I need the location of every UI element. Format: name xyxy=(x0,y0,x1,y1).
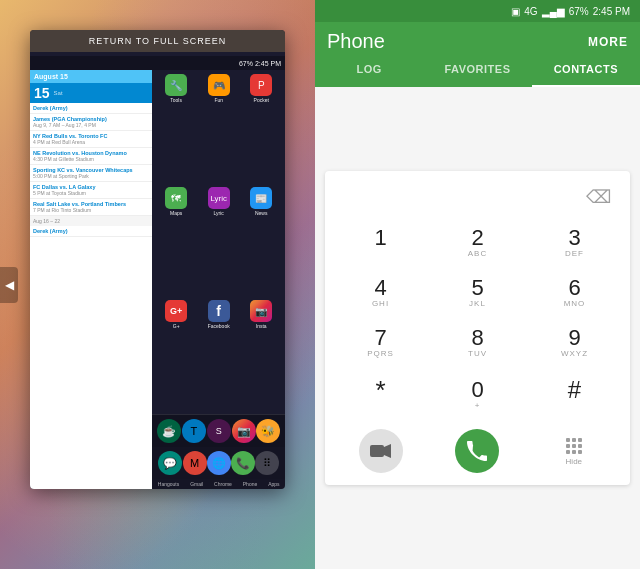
key-5[interactable]: 5 JKL xyxy=(430,269,525,317)
clock-text: 2:45 PM xyxy=(593,6,630,17)
left-panel: RETURN TO FULL SCREEN 67% 2:45 PM August… xyxy=(0,0,315,569)
svg-marker-1 xyxy=(384,444,391,458)
app-maps[interactable]: 🗺 Maps xyxy=(156,187,196,297)
more-button[interactable]: MORE xyxy=(588,35,628,49)
backspace-button[interactable]: ⌫ xyxy=(582,181,614,213)
video-call-button[interactable] xyxy=(359,429,403,473)
key-6[interactable]: 6 MNO xyxy=(527,269,622,317)
keypad-container: ⌫ 1 2 ABC 3 DEF 4 GHI xyxy=(315,87,640,569)
hide-label: Hide xyxy=(566,457,582,466)
phone-icon[interactable]: 📞 xyxy=(231,451,255,475)
tab-contacts[interactable]: CONTACTS xyxy=(532,53,640,87)
phone-title: Phone xyxy=(327,30,385,53)
svg-rect-6 xyxy=(572,444,576,448)
key-2[interactable]: 2 ABC xyxy=(430,219,525,267)
cal-date-row: 15 Sat xyxy=(30,83,152,103)
key-star[interactable]: * xyxy=(333,369,428,421)
cal-event-5: Sporting KC vs. Vancouver Whitecaps 5:00… xyxy=(30,165,152,182)
mini-calendar: August 15 15 Sat Derek (Army) James (PGA… xyxy=(30,70,152,489)
mini-status-text: 67% 2:45 PM xyxy=(239,60,281,67)
lyric-icon: Lyric xyxy=(208,187,230,209)
keypad-card: ⌫ 1 2 ABC 3 DEF 4 GHI xyxy=(325,171,630,485)
app-lyric[interactable]: Lyric Lyric xyxy=(199,187,239,297)
key-3[interactable]: 3 DEF xyxy=(527,219,622,267)
cal-events: Derek (Army) James (PGA Championship) Au… xyxy=(30,103,152,237)
facebook-icon: f xyxy=(208,300,230,322)
cal-day-num: 15 xyxy=(34,85,50,101)
app-gplus[interactable]: G+ G+ xyxy=(156,300,196,410)
dock-trello[interactable]: T xyxy=(182,419,206,443)
hangouts-icon[interactable]: 💬 xyxy=(158,451,182,475)
cal-header: August 15 xyxy=(30,70,152,83)
cal-event-4: NE Revolution vs. Houston Dynamo 4:30 PM… xyxy=(30,148,152,165)
tab-favorites[interactable]: FAVORITES xyxy=(423,53,531,87)
key-7[interactable]: 7 PQRS xyxy=(333,319,428,367)
pocket-icon: P xyxy=(250,74,272,96)
phone-tabs: LOG FAVORITES CONTACTS xyxy=(315,53,640,87)
phone-handset-icon xyxy=(466,440,488,462)
svg-rect-5 xyxy=(566,444,570,448)
key-1[interactable]: 1 xyxy=(333,219,428,267)
dock-labels: Hangouts Gmail Chrome Phone Apps xyxy=(152,479,285,489)
key-4[interactable]: 4 GHI xyxy=(333,269,428,317)
svg-rect-4 xyxy=(578,438,582,442)
key-9[interactable]: 9 WXYZ xyxy=(527,319,622,367)
tab-log[interactable]: LOG xyxy=(315,53,423,87)
return-to-fullscreen-bar[interactable]: RETURN TO FULL SCREEN xyxy=(30,30,285,52)
mini-split-view: August 15 15 Sat Derek (Army) James (PGA… xyxy=(30,70,285,489)
signal-text: 4G xyxy=(524,6,537,17)
svg-rect-8 xyxy=(566,450,570,454)
phone-header: Phone MORE xyxy=(315,22,640,53)
svg-rect-9 xyxy=(572,450,576,454)
app-instagram[interactable]: 📷 Insta xyxy=(241,300,281,410)
app-tools[interactable]: 🔧 Tools xyxy=(156,74,196,184)
dock-swarm[interactable]: 🐝 xyxy=(256,419,280,443)
video-camera-icon xyxy=(370,443,392,459)
cal-month: August 15 xyxy=(34,73,68,80)
gmail-icon[interactable]: M xyxy=(183,451,207,475)
dock-instagram[interactable]: 📷 xyxy=(232,419,256,443)
key-8[interactable]: 8 TUV xyxy=(430,319,525,367)
svg-rect-7 xyxy=(578,444,582,448)
keypad-grid-icon xyxy=(565,437,583,455)
svg-rect-2 xyxy=(566,438,570,442)
chrome-icon[interactable]: 🌐 xyxy=(207,451,231,475)
hide-keypad-button[interactable]: Hide xyxy=(552,429,596,473)
arrow-icon: ◀ xyxy=(5,278,14,292)
tools-icon: 🔧 xyxy=(165,74,187,96)
tab-log-label: LOG xyxy=(356,63,381,75)
app-pocket[interactable]: P Pocket xyxy=(241,74,281,184)
mini-screen: RETURN TO FULL SCREEN 67% 2:45 PM August… xyxy=(30,30,285,489)
apps-icon[interactable]: ⠿ xyxy=(255,451,279,475)
app-fun[interactable]: 🎮 Fun xyxy=(199,74,239,184)
keypad-actions: Hide xyxy=(333,421,622,477)
cal-event-8: Derek (Army) xyxy=(30,226,152,237)
left-nav-arrow[interactable]: ◀ xyxy=(0,267,18,303)
cal-day-label: Sat xyxy=(54,90,63,96)
key-0[interactable]: 0 + xyxy=(430,369,525,421)
cal-week-label: Aug 16 – 22 xyxy=(30,216,152,226)
svg-rect-10 xyxy=(578,450,582,454)
dock-slack[interactable]: S xyxy=(207,419,231,443)
bottom-dock: 💬 M 🌐 📞 ⠿ xyxy=(152,447,285,479)
key-hash[interactable]: # xyxy=(527,369,622,421)
mini-screen-inner: 67% 2:45 PM August 15 15 Sat Derek (Army… xyxy=(30,56,285,489)
cal-event-2: James (PGA Championship) Aug 9, 7 AM – A… xyxy=(30,114,152,131)
maps-icon: 🗺 xyxy=(165,187,187,209)
tab-contacts-label: CONTACTS xyxy=(554,63,618,75)
right-panel: ▣ 4G ▂▄▆ 67% 2:45 PM Phone MORE LOG FAVO… xyxy=(315,0,640,569)
svg-rect-0 xyxy=(370,445,384,457)
app-dock: ☕ T S 📷 🐝 xyxy=(152,414,285,447)
app-facebook[interactable]: f Facebook xyxy=(199,300,239,410)
cal-event-7: Real Salt Lake vs. Portland Timbers 7 PM… xyxy=(30,199,152,216)
phone-status-bar: ▣ 4G ▂▄▆ 67% 2:45 PM xyxy=(315,0,640,22)
app-news[interactable]: 📰 News xyxy=(241,187,281,297)
cal-event-3: NY Red Bulls vs. Toronto FC 4 PM at Red … xyxy=(30,131,152,148)
call-button[interactable] xyxy=(455,429,499,473)
gplus-icon: G+ xyxy=(165,300,187,322)
svg-rect-3 xyxy=(572,438,576,442)
fun-icon: 🎮 xyxy=(208,74,230,96)
mini-status-bar: 67% 2:45 PM xyxy=(30,56,285,70)
dock-starbucks[interactable]: ☕ xyxy=(157,419,181,443)
news-icon: 📰 xyxy=(250,187,272,209)
